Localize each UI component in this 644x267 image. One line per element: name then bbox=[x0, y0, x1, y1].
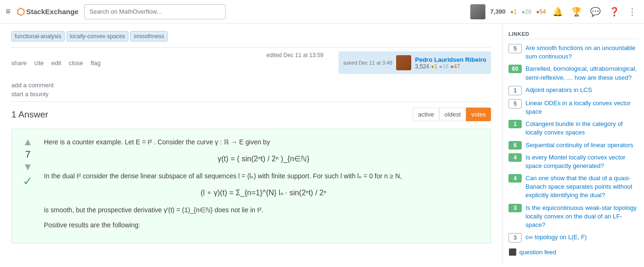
edited-label: edited Dec 11 at 13:59 bbox=[266, 52, 323, 58]
site-logo[interactable]: ⬡ StackExchange bbox=[17, 6, 79, 17]
linked-score: 4 bbox=[508, 174, 522, 183]
question-feed[interactable]: ⬛ question feed bbox=[508, 248, 638, 256]
cite-link[interactable]: cite bbox=[34, 59, 44, 67]
edit-link[interactable]: edit bbox=[51, 59, 61, 67]
linked-title[interactable]: Is every Montel locally convex vector sp… bbox=[525, 153, 638, 170]
answer-text-1: Here is a counter example. Let E = ℓ² . … bbox=[44, 137, 483, 147]
silver-badge: ●28 bbox=[522, 8, 532, 15]
avatar[interactable] bbox=[470, 4, 485, 19]
vote-cell: ▲ 7 ▼ ✓ bbox=[19, 137, 36, 235]
logo-text: StackExchange bbox=[26, 8, 79, 16]
tags-row: functional-analysis locally-convex-space… bbox=[11, 31, 491, 42]
answer-math-2: (l ∘ γ)(t) = Σ_{n=1}^{N} lₙ · sin(2ⁿt) /… bbox=[44, 187, 483, 199]
sort-oldest-button[interactable]: oldest bbox=[439, 108, 466, 121]
linked-item: 1Cotangent bundle in the category of loc… bbox=[508, 120, 638, 137]
user-info: Pedro Lauridsen Ribeiro 3,524 ●1 ●16 ●47 bbox=[415, 56, 486, 70]
gold-badge: ●1 bbox=[510, 8, 517, 15]
answer-text-2: In the dual ℓ² consider the dense linear… bbox=[44, 171, 483, 181]
answers-sort: active oldest votes bbox=[409, 108, 491, 121]
answer-text-4: Positive results are the following: bbox=[44, 220, 483, 230]
tag-functional-analysis[interactable]: functional-analysis bbox=[11, 31, 65, 42]
user-name[interactable]: Pedro Lauridsen Ribeiro bbox=[415, 56, 486, 63]
linked-title[interactable]: Cotangent bundle in the category of loca… bbox=[525, 120, 638, 137]
answer-body: Here is a counter example. Let E = ℓ² . … bbox=[44, 137, 483, 235]
feed-icon: ⬛ bbox=[508, 248, 517, 256]
question-feed-label: question feed bbox=[519, 249, 556, 256]
main-container: functional-analysis locally-convex-space… bbox=[0, 24, 644, 263]
accepted-check[interactable]: ✓ bbox=[23, 174, 33, 189]
answers-count-title: 1 Answer bbox=[11, 109, 48, 120]
vote-count: 7 bbox=[25, 149, 30, 160]
linked-score: 5 bbox=[508, 99, 522, 108]
menu-icon[interactable]: ≡ bbox=[6, 7, 11, 17]
linked-item: 1Adjoint operators in LCS bbox=[508, 86, 638, 95]
tag-smoothness[interactable]: smoothness bbox=[130, 31, 168, 42]
answer-block: ▲ 7 ▼ ✓ Here is a counter example. Let E… bbox=[11, 129, 491, 243]
user-avatar[interactable] bbox=[396, 55, 411, 70]
inbox-icon[interactable]: 🔔 bbox=[551, 5, 565, 19]
linked-item: 3c∞ topology on L(E, F) bbox=[508, 233, 638, 242]
search-input[interactable] bbox=[84, 4, 226, 19]
sidebar: Linked 5Are smooth functions on an uncou… bbox=[502, 24, 644, 263]
flag-link[interactable]: flag bbox=[91, 59, 101, 67]
sidebar-section-title: Linked bbox=[508, 31, 638, 39]
vote-up-button[interactable]: ▲ bbox=[23, 137, 33, 147]
share-link[interactable]: share bbox=[11, 59, 27, 67]
answers-header: 1 Answer active oldest votes bbox=[11, 101, 491, 125]
topbar-right: 7,390 ●1 ●28 ●54 🔔 🏆 💬 ❓ ⋮ bbox=[470, 4, 638, 19]
linked-item: 3Is the equicontinuous weak-star topolog… bbox=[508, 204, 638, 230]
linked-score: 4 bbox=[508, 153, 522, 162]
linked-title[interactable]: Adjoint operators in LCS bbox=[525, 86, 592, 94]
linked-score: 5 bbox=[508, 44, 522, 53]
user-rep: 3,524 ●1 ●16 ●47 bbox=[415, 63, 486, 70]
linked-score: 6 bbox=[508, 141, 522, 150]
linked-title[interactable]: Linear ODEs in a locally convex vector s… bbox=[525, 99, 638, 116]
linked-item: 5Linear ODEs in a locally convex vector … bbox=[508, 99, 638, 116]
linked-score: 3 bbox=[508, 204, 522, 212]
linked-items-container: 5Are smooth functions on an uncountable … bbox=[508, 44, 638, 242]
linked-score: 1 bbox=[508, 120, 522, 128]
topbar: ≡ ⬡ StackExchange 7,390 ●1 ●28 ●54 🔔 🏆 💬… bbox=[0, 0, 644, 24]
linked-title[interactable]: Are smooth functions on an uncountable s… bbox=[525, 44, 638, 61]
action-bar: share cite edit close flag edited Dec 11… bbox=[11, 47, 491, 78]
question-area: functional-analysis locally-convex-space… bbox=[0, 24, 502, 263]
tag-locally-convex[interactable]: locally-convex-spaces bbox=[67, 31, 128, 42]
search-container bbox=[84, 4, 226, 19]
stack-icon: ⬡ bbox=[17, 6, 25, 17]
sort-votes-button[interactable]: votes bbox=[466, 108, 491, 121]
linked-item: 4Is every Montel locally convex vector s… bbox=[508, 153, 638, 170]
close-link[interactable]: close bbox=[69, 59, 83, 67]
linked-item: 60Barrelled, bornological, ultrabornolog… bbox=[508, 65, 638, 82]
start-bounty-link[interactable]: start a bounty bbox=[11, 91, 491, 98]
edit-info: edited Dec 11 at 13:59 bbox=[266, 51, 331, 58]
chat-icon[interactable]: 💬 bbox=[588, 5, 602, 19]
linked-title[interactable]: Barrelled, bornological, ultrabornologic… bbox=[525, 65, 638, 82]
linked-score: 3 bbox=[508, 233, 522, 242]
linked-item: 5Are smooth functions on an uncountable … bbox=[508, 44, 638, 61]
linked-title[interactable]: Is the equicontinuous weak-star topology… bbox=[525, 204, 638, 230]
add-comment-link[interactable]: add a comment bbox=[11, 82, 491, 89]
linked-item: 4Can one show that the dual of a quasi-B… bbox=[508, 174, 638, 200]
vote-down-button[interactable]: ▼ bbox=[23, 162, 33, 172]
bronze-badge: ●54 bbox=[536, 8, 546, 15]
help-icon[interactable]: ❓ bbox=[607, 5, 621, 19]
linked-score: 60 bbox=[508, 65, 522, 73]
reputation-score: 7,390 bbox=[490, 8, 506, 15]
answer-text-3: is smooth, but the prospective derivativ… bbox=[44, 205, 483, 215]
linked-title[interactable]: c∞ topology on L(E, F) bbox=[525, 233, 587, 242]
sort-active-button[interactable]: active bbox=[413, 108, 439, 121]
linked-title[interactable]: Can one show that the dual of a quasi-Ba… bbox=[525, 174, 638, 200]
linked-title[interactable]: Sequential continuity of linear operator… bbox=[525, 141, 633, 150]
linked-item: 6Sequential continuity of linear operato… bbox=[508, 141, 638, 150]
menu-dots-icon[interactable]: ⋮ bbox=[626, 5, 638, 19]
asked-label: asked Dec 11 at 3:48 bbox=[343, 60, 392, 66]
trophy-icon[interactable]: 🏆 bbox=[569, 5, 584, 19]
user-card: asked Dec 11 at 3:48 Pedro Lauridsen Rib… bbox=[339, 51, 491, 74]
linked-score: 1 bbox=[508, 86, 522, 95]
answer-math-1: γ(t) = ( sin(2ⁿt) / 2ⁿ )_{n∈ℕ} bbox=[44, 153, 483, 165]
